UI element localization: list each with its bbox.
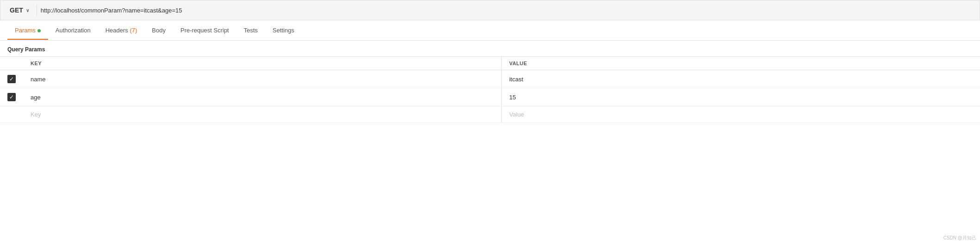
content-area: Query Params KEY VALUE ✓ name [0,41,980,123]
value-header: VALUE [502,57,980,70]
params-dot [37,29,41,32]
empty-value-placeholder: Value [509,111,524,118]
tab-headers-label: Headers (7) [105,27,137,34]
tab-headers[interactable]: Headers (7) [98,21,145,39]
tab-settings-label: Settings [273,27,294,34]
tab-authorization-label: Authorization [56,27,91,34]
table-header-row: KEY VALUE [0,57,980,70]
tab-pre-request-label: Pre-request Script [180,27,229,34]
table-empty-row: Key Value [0,106,980,123]
row2-key-value: age [31,94,41,101]
table-row: ✓ age 15 [0,88,980,106]
row1-checkbox-wrapper[interactable]: ✓ [7,75,16,83]
tab-params[interactable]: Params [7,21,48,39]
row2-checkbox-wrapper[interactable]: ✓ [7,93,16,101]
empty-key-cell[interactable]: Key [23,106,502,123]
row1-checkbox[interactable]: ✓ [7,75,16,83]
row2-key-cell[interactable]: age [23,88,502,106]
params-table: KEY VALUE ✓ name itcast [0,56,980,123]
tabs-bar: Params Authorization Headers (7) Body Pr… [0,20,980,41]
row2-value-cell[interactable]: 15 [502,88,980,106]
row2-value: 15 [509,94,515,101]
tab-body-label: Body [152,27,166,34]
row1-key-value: name [31,76,46,83]
tab-authorization[interactable]: Authorization [48,21,98,39]
row1-check-icon: ✓ [9,76,14,82]
row1-checkbox-cell: ✓ [0,70,23,88]
url-input[interactable] [41,7,974,14]
row1-key-cell[interactable]: name [23,70,502,88]
method-label: GET [10,6,23,14]
tab-settings[interactable]: Settings [265,21,302,39]
key-header: KEY [23,57,502,70]
table-row: ✓ name itcast [0,70,980,88]
headers-count: (7) [130,27,137,34]
empty-key-placeholder: Key [31,111,41,118]
empty-value-cell[interactable]: Value [502,106,980,123]
tab-pre-request[interactable]: Pre-request Script [173,21,236,39]
row2-checkbox[interactable]: ✓ [7,93,16,101]
checkbox-header-col [0,57,23,70]
tab-params-label: Params [15,27,36,34]
row2-checkbox-cell: ✓ [0,88,23,106]
url-bar-divider [37,5,37,16]
empty-checkbox-cell [0,106,23,123]
chevron-down-icon: ∨ [26,8,29,13]
query-params-label: Query Params [0,41,980,56]
row2-check-icon: ✓ [9,94,14,100]
tab-tests-label: Tests [244,27,258,34]
url-bar: GET ∨ [0,0,980,20]
tab-tests[interactable]: Tests [236,21,265,39]
method-selector[interactable]: GET ∨ [6,5,33,16]
row1-value-cell[interactable]: itcast [502,70,980,88]
tab-body[interactable]: Body [144,21,173,39]
row1-value: itcast [509,76,523,83]
